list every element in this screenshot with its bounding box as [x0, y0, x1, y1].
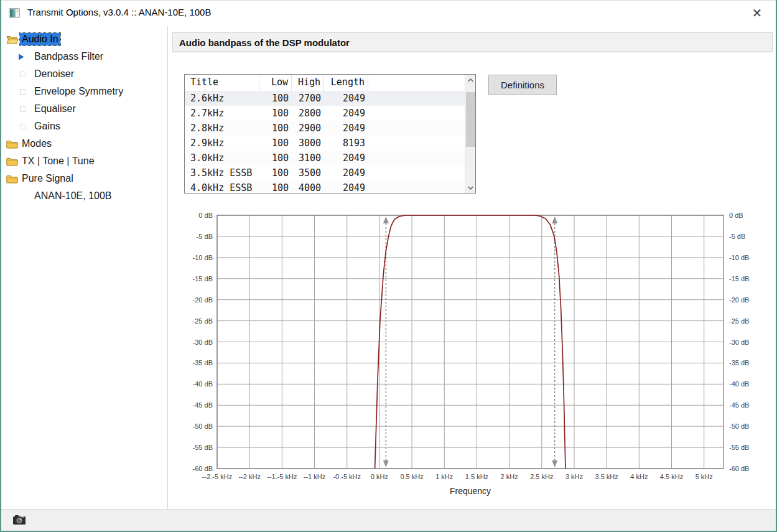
panel-header: Audio bandpass of the DSP modulator	[172, 32, 773, 52]
cell-high: 3100	[292, 151, 324, 166]
y-tick-label-left: -25 dB	[193, 317, 213, 325]
cell-high: 3500	[292, 166, 324, 180]
x-tick-label: 1.5 kHz	[465, 473, 488, 480]
filter-table: TitleLowHighLength 2.6kHz100270020492.7k…	[184, 74, 476, 194]
spacer-icon	[19, 194, 32, 199]
x-tick-label: 3 kHz	[565, 473, 583, 480]
y-tick-label-right: -35 dB	[729, 359, 749, 366]
y-tick-label-right: -15 dB	[729, 275, 749, 282]
cell-low: 100	[259, 166, 292, 180]
sidebar-item-modes[interactable]: Modes	[1, 135, 167, 152]
scrollbar-thumb[interactable]	[466, 92, 475, 147]
status-bar	[1, 509, 776, 531]
x-axis-title: Frequency	[450, 486, 491, 496]
folder-icon	[6, 174, 20, 184]
cell-high: 4000	[292, 180, 324, 194]
sidebar-tree: Audio InBandpass FilterDenoiserEnvelope …	[1, 26, 168, 509]
y-tick-label-left: -20 dB	[193, 296, 213, 304]
cell-fill	[368, 151, 475, 166]
transmit-options-window: Transmit Options, v3.0.4 :: ANAN-10E, 10…	[0, 0, 777, 532]
column-header-length[interactable]: Length	[324, 75, 368, 91]
square-icon	[19, 72, 32, 77]
y-tick-label-left: -40 dB	[193, 380, 213, 388]
cell-fill	[368, 91, 475, 106]
cell-length: 2049	[324, 151, 368, 166]
folder-icon	[6, 157, 20, 166]
filter-row-2-9khz[interactable]: 2.9kHz10030008193	[185, 136, 475, 151]
cell-title: 2.6kHz	[185, 91, 259, 106]
y-tick-label-right: -45 dB	[729, 401, 749, 409]
filter-row-4-0khz-essb[interactable]: 4.0kHz ESSB10040002049	[185, 180, 475, 194]
x-tick-label: 4 kHz	[630, 473, 648, 480]
filter-row-3-0khz[interactable]: 3.0kHz10031002049	[185, 151, 475, 166]
chevron-up-icon[interactable]	[465, 75, 476, 85]
x-tick-label: --1 kHz	[304, 473, 325, 480]
cell-length: 2049	[324, 166, 368, 180]
cell-high: 2800	[292, 106, 324, 121]
sidebar-item-label: Equaliser	[32, 103, 78, 115]
cell-low: 100	[259, 180, 292, 194]
column-header-title[interactable]: Title	[185, 75, 259, 91]
chevron-down-icon[interactable]	[465, 182, 476, 193]
arrow-down-icon	[383, 460, 389, 467]
arrow-down-icon	[552, 460, 557, 467]
filter-row-3-5khz-essb[interactable]: 3.5kHz ESSB10035002049	[185, 166, 475, 180]
window-border-left	[0, 0, 1, 532]
definitions-button[interactable]: Definitions	[488, 75, 557, 95]
sidebar-item-label: Envelope Symmetry	[32, 85, 125, 98]
cell-high: 2900	[292, 121, 324, 136]
close-icon[interactable]: ✕	[748, 4, 766, 22]
filter-row-2-7khz[interactable]: 2.7kHz10028002049	[185, 106, 475, 121]
sidebar-item-gains[interactable]: Gains	[1, 118, 167, 135]
x-tick-label: 2.5 kHz	[530, 473, 553, 480]
y-tick-label-left: -35 dB	[193, 359, 213, 366]
x-tick-label: --2.-5 kHz	[202, 473, 232, 480]
x-tick-label: 2 kHz	[501, 473, 518, 480]
y-tick-label-left: 0 dB	[198, 212, 213, 219]
column-header-filler	[368, 75, 475, 91]
chart-canvas: 0 dB0 dB-5 dB-5 dB-10 dB-10 dB-15 dB-15 …	[187, 205, 753, 507]
square-icon	[19, 106, 32, 112]
title-bar[interactable]: Transmit Options, v3.0.4 :: ANAN-10E, 10…	[1, 1, 776, 26]
sidebar-item-anan-10e-100b[interactable]: ANAN-10E, 100B	[1, 187, 167, 205]
column-header-high[interactable]: High	[292, 75, 324, 91]
cell-fill	[368, 136, 475, 151]
cell-high: 3000	[292, 136, 324, 151]
x-tick-label: -0.-5 kHz	[333, 473, 361, 480]
y-tick-label-right: -60 dB	[729, 465, 749, 472]
y-tick-label-left: -60 dB	[193, 465, 213, 472]
sidebar-item-envelope-symmetry[interactable]: Envelope Symmetry	[1, 83, 167, 100]
table-header-row: TitleLowHighLength	[185, 75, 475, 91]
table-body: 2.6kHz100270020492.7kHz100280020492.8kHz…	[185, 91, 475, 194]
cell-length: 2049	[324, 121, 368, 136]
sidebar-item-tx-tone-tune[interactable]: TX | Tone | Tune	[1, 152, 167, 170]
cell-title: 2.7kHz	[185, 106, 259, 121]
sidebar-item-label: Denoiser	[32, 68, 76, 80]
y-tick-label-right: -40 dB	[729, 380, 749, 388]
cell-title: 2.9kHz	[185, 136, 259, 151]
app-icon	[9, 8, 20, 18]
sidebar-item-denoiser[interactable]: Denoiser	[1, 65, 167, 83]
y-tick-label-right: -25 dB	[729, 317, 749, 325]
cell-title: 2.8kHz	[185, 121, 259, 136]
cell-high: 2700	[292, 91, 324, 106]
y-tick-label-right: -10 dB	[729, 254, 749, 261]
x-tick-label: 5 kHz	[696, 473, 713, 480]
arrow-up-icon	[383, 217, 389, 223]
sidebar-item-equaliser[interactable]: Equaliser	[1, 100, 167, 118]
y-tick-label-left: -50 dB	[193, 422, 213, 430]
cell-length: 2049	[324, 91, 368, 106]
sidebar-item-label: Modes	[20, 138, 54, 150]
table-scrollbar[interactable]	[465, 75, 475, 193]
sidebar-item-label: Audio In	[20, 33, 60, 45]
cell-length: 2049	[324, 180, 368, 194]
sidebar-item-bandpass-filter[interactable]: Bandpass Filter	[1, 48, 167, 65]
camera-icon[interactable]	[12, 514, 26, 525]
filter-row-2-6khz[interactable]: 2.6kHz10027002049	[185, 91, 475, 106]
column-header-low[interactable]: Low	[259, 75, 292, 91]
sidebar-item-pure-signal[interactable]: Pure Signal	[1, 170, 167, 187]
sidebar-item-audio-in[interactable]: Audio In	[1, 30, 167, 48]
y-tick-label-left: -45 dB	[193, 401, 213, 409]
filter-row-2-8khz[interactable]: 2.8kHz10029002049	[185, 121, 475, 136]
x-tick-label: --1.-5 kHz	[267, 473, 297, 480]
